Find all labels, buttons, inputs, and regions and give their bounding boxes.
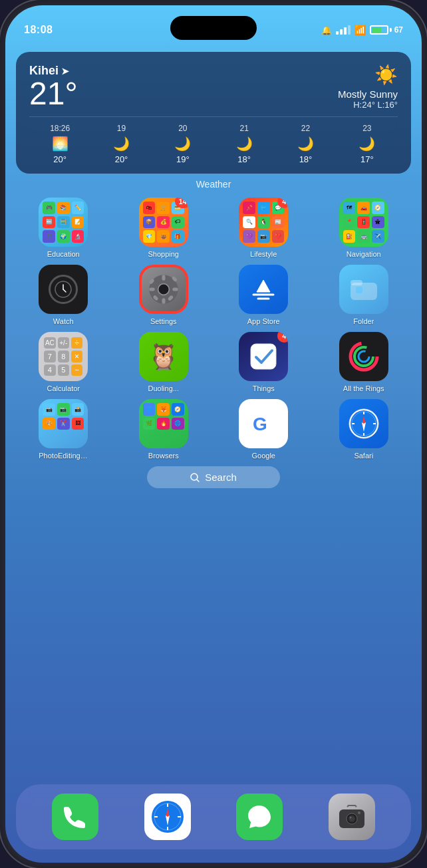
app-icon-duolingo: 🦉: [139, 332, 188, 381]
app-label-allrings: All the Rings: [343, 384, 384, 392]
dynamic-island: [170, 16, 257, 40]
svg-point-20: [355, 347, 373, 366]
app-things[interactable]: 4 Things: [216, 332, 311, 392]
app-icon-camera-dock: [329, 794, 375, 840]
weather-temp: 21°: [29, 78, 78, 110]
svg-point-47: [358, 811, 360, 814]
forecast-item-5: 23 🌙 17°: [337, 124, 398, 164]
search-label: Search: [205, 472, 237, 483]
app-label-appstore: App Store: [247, 317, 280, 325]
app-label-browsers: Browsers: [148, 452, 179, 460]
app-icon-safari-dock: [144, 794, 191, 840]
app-icon-messages-dock: [236, 794, 283, 840]
badge-shopping: 14: [175, 198, 188, 208]
app-google[interactable]: G Google: [216, 399, 311, 460]
app-label-lifestyle: Lifestyle: [250, 250, 277, 258]
app-label-calculator: Calculator: [47, 384, 80, 392]
app-watch[interactable]: Watch: [16, 265, 111, 325]
svg-line-2: [63, 289, 66, 292]
app-safari[interactable]: Safari: [317, 399, 412, 460]
forecast-item-0: 18:26 🌅 20°: [29, 124, 90, 164]
svg-line-33: [197, 480, 199, 482]
app-label-photoediting: PhotoEditingSh...: [39, 452, 88, 460]
screen: 18:08 🔔 📶 67: [5, 5, 422, 863]
weather-widget[interactable]: Kihei ➤ 21° ☀️ Mostly Sunny H:24° L:16°: [16, 52, 411, 174]
badge-things: 4: [277, 332, 288, 343]
app-icon-folder: [339, 265, 388, 314]
app-label-shopping: Shopping: [148, 250, 180, 258]
svg-rect-6: [162, 298, 165, 303]
app-label-folder: Folder: [353, 317, 374, 325]
app-lifestyle[interactable]: 4 📌 🐦 💬 🔍 🐧 📰 💜 📷 ❤️: [216, 198, 311, 258]
app-icon-photoediting: 📷 📷 📸 🎨 ✂️ 🖼: [39, 399, 88, 448]
app-icon-appstore: [239, 265, 288, 314]
dock-phone[interactable]: [52, 794, 98, 840]
app-shopping[interactable]: 14 🛍 🛒 💳 📦 💰 🏷 💎 👜 🎁: [116, 198, 212, 258]
search-bar[interactable]: Search: [147, 466, 280, 488]
app-duolingo[interactable]: 🦉 Duoling...: [116, 332, 212, 392]
search-icon: [190, 473, 200, 482]
home-screen-content: Kihei ➤ 21° ☀️ Mostly Sunny H:24° L:16°: [5, 45, 422, 863]
app-label-watch: Watch: [53, 317, 74, 325]
app-allrings[interactable]: All the Rings: [317, 332, 412, 392]
status-time: 18:08: [24, 24, 53, 36]
app-label-settings: Settings: [150, 317, 177, 325]
svg-rect-17: [356, 287, 362, 293]
app-label-navigation: Navigation: [347, 250, 381, 258]
app-photoediting[interactable]: 📷 📷 📸 🎨 ✂️ 🖼 PhotoEditingSh...: [16, 399, 111, 460]
status-icons: 🔔 📶 67: [321, 25, 403, 35]
app-icon-google: G: [239, 399, 288, 448]
duolingo-owl-icon: 🦉: [148, 342, 179, 371]
svg-text:G: G: [253, 414, 267, 434]
forecast-item-1: 19 🌙 20°: [90, 124, 152, 164]
weather-description: Mostly Sunny H:24° L:16°: [338, 88, 398, 110]
dock-messages[interactable]: [236, 794, 283, 840]
app-icon-watch: [39, 265, 88, 314]
app-icon-shopping: 14 🛍 🛒 💳 📦 💰 🏷 💎 👜 🎁: [139, 198, 188, 247]
app-icon-calculator: AC +/- ÷ 7 8 × 4 5 −: [39, 332, 88, 381]
battery-indicator: 67: [370, 25, 403, 35]
weather-forecast: 18:26 🌅 20° 19 🌙 20° 20 🌙 19°: [29, 116, 398, 164]
app-icon-phone-dock: [52, 794, 98, 840]
weather-label: Weather: [16, 179, 411, 190]
app-label-safari: Safari: [354, 452, 373, 460]
weather-sun-icon: ☀️: [374, 64, 398, 86]
badge-lifestyle: 4: [277, 198, 288, 208]
wifi-icon: 📶: [355, 25, 366, 35]
app-icon-things: 4: [239, 332, 288, 381]
app-appstore[interactable]: App Store: [216, 265, 311, 325]
app-icon-education: 🎮 📚 ✏️ 🔤 🧮 📝 🎵 🌍 🔬: [39, 198, 88, 247]
dock: [16, 784, 411, 849]
svg-rect-8: [172, 288, 178, 291]
app-navigation[interactable]: 🗺 🚗 🧭 📍 🚦 🛣 ⛽ 🚌 ✈️ Navigation: [317, 198, 412, 258]
svg-rect-7: [149, 288, 154, 291]
dock-safari[interactable]: [144, 794, 191, 840]
app-label-duolingo: Duoling...: [148, 384, 179, 392]
app-education[interactable]: 🎮 📚 ✏️ 🔤 🧮 📝 🎵 🌍 🔬 Education: [16, 198, 111, 258]
app-icon-lifestyle: 4 📌 🐦 💬 🔍 🐧 📰 💜 📷 ❤️: [239, 198, 288, 247]
svg-point-21: [358, 351, 369, 362]
signal-icon: [336, 25, 351, 35]
forecast-item-4: 22 🌙 18°: [275, 124, 336, 164]
app-settings[interactable]: Settings: [116, 265, 212, 325]
svg-point-4: [158, 284, 169, 295]
app-icon-settings: [139, 265, 188, 314]
app-calculator[interactable]: AC +/- ÷ 7 8 × 4 5 − Calculator: [16, 332, 111, 392]
forecast-item-2: 20 🌙 19°: [152, 124, 214, 164]
dock-camera[interactable]: [329, 794, 375, 840]
app-label-google: Google: [252, 452, 275, 460]
app-browsers[interactable]: 🌐 🦊 🧭 🌿 🔥 🌐 Browsers: [116, 399, 212, 460]
app-icon-safari: [339, 399, 388, 448]
svg-point-46: [349, 817, 351, 819]
phone-frame: 18:08 🔔 📶 67: [0, 0, 427, 868]
app-folder[interactable]: Folder: [317, 265, 412, 325]
svg-rect-5: [162, 275, 165, 280]
watch-circle-icon: [49, 275, 78, 304]
mute-icon: 🔔: [321, 25, 332, 35]
app-label-education: Education: [47, 250, 80, 258]
svg-rect-16: [351, 280, 362, 285]
forecast-item-3: 21 🌙 18°: [214, 124, 275, 164]
app-icon-browsers: 🌐 🦊 🧭 🌿 🔥 🌐: [139, 399, 188, 448]
app-label-things: Things: [253, 384, 275, 392]
app-grid: 🎮 📚 ✏️ 🔤 🧮 📝 🎵 🌍 🔬 Education: [16, 198, 411, 460]
